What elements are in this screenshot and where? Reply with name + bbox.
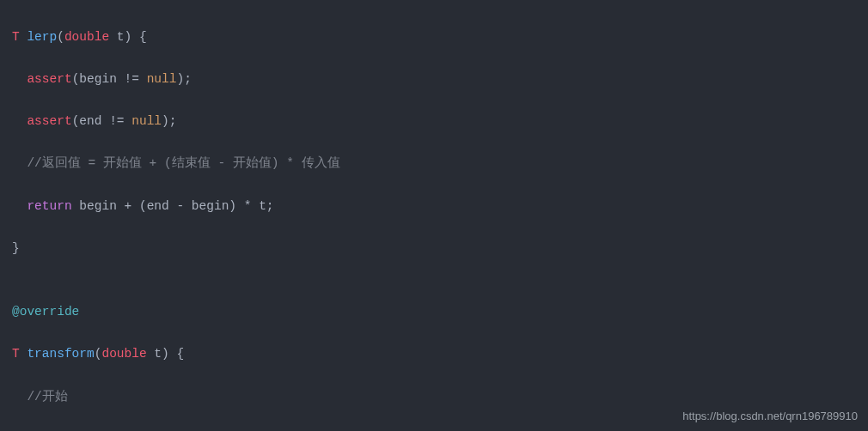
paren: ( [57,30,64,44]
semicolon: ; [184,72,192,86]
param-type: double [101,347,146,361]
type-token: T [12,30,20,44]
code-line: return begin + (end - begin) * t; [12,196,856,217]
operator: != [109,114,124,128]
code-block: T lerp(double t) { assert(begin != null)… [0,0,868,431]
identifier: end [79,114,101,128]
annotation: @override [12,305,79,319]
null-literal: null [147,72,177,86]
brace: { [176,347,184,361]
paren: ) [162,114,169,128]
paren: ) [125,30,132,44]
func-name: lerp [27,30,57,44]
paren: ) [162,347,169,361]
code-line: @override [12,301,856,323]
return-keyword: return [27,199,71,213]
code-line: //开始 [12,386,856,408]
param-name: t [117,30,125,44]
operator: != [125,72,139,86]
param-type: double [64,30,109,44]
paren: ) [176,72,184,86]
type-token: T [12,347,20,361]
code-line: assert(end != null); [12,111,856,132]
code-line: //返回值 = 开始值 + (结束值 - 开始值) * 传入值 [12,153,856,174]
code-line: } [12,238,856,259]
watermark-text: https://blog.csdn.net/qrn196789910 [682,407,858,426]
assert-keyword: assert [27,114,71,128]
comment: //返回值 = 开始值 + (结束值 - 开始值) * 传入值 [27,156,339,170]
code-line: T lerp(double t) { [12,27,856,48]
brace: { [139,30,147,44]
comment: //开始 [27,390,67,404]
assert-keyword: assert [27,72,71,86]
brace: } [12,241,20,255]
func-name: transform [27,347,94,361]
semicolon: ; [169,114,177,128]
code-line: assert(begin != null); [12,69,856,90]
identifier: begin [79,72,117,86]
null-literal: null [131,114,162,128]
code-line: T transform(double t) { [12,343,856,365]
expression: begin + (end - begin) * t; [79,199,273,213]
param-name: t [154,347,162,361]
